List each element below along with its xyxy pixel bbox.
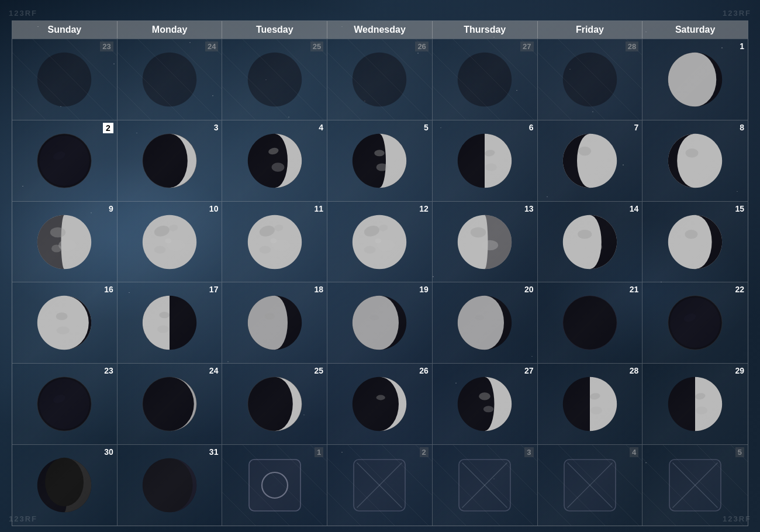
moon-phase <box>347 129 412 193</box>
svg-point-47 <box>364 246 376 253</box>
day-number: 27 <box>524 366 534 375</box>
svg-point-85 <box>483 406 494 413</box>
svg-point-96 <box>262 472 288 498</box>
moon-phase <box>32 291 96 355</box>
svg-point-60 <box>57 327 70 334</box>
svg-point-25 <box>686 148 699 157</box>
day-number: 23 <box>104 366 113 375</box>
svg-point-56 <box>685 230 698 239</box>
moon-phase <box>32 453 96 517</box>
svg-point-63 <box>157 326 169 333</box>
day-cell-3-3: 19 <box>327 282 433 363</box>
day-cell-0-5: 28 <box>538 39 643 120</box>
day-number: 1 <box>315 447 323 457</box>
day-cell-3-1: 17 <box>118 282 223 363</box>
svg-point-65 <box>264 313 275 320</box>
day-cell-4-5: 28 <box>538 364 643 444</box>
day-number: 24 <box>209 366 219 375</box>
day-number: 21 <box>630 285 639 294</box>
header <box>12 6 748 20</box>
svg-point-51 <box>482 240 499 250</box>
day-header-monday: Monday <box>118 21 223 39</box>
moon-phase <box>347 372 412 436</box>
day-cell-5-4: 3 <box>433 445 538 526</box>
day-number: 22 <box>735 285 744 294</box>
day-cell-4-3: 26 <box>327 364 433 444</box>
svg-point-62 <box>159 312 170 319</box>
day-header-sunday: Sunday <box>12 21 118 39</box>
weeks: 23 24 25 26 27 28 1 2 3 <box>12 39 748 526</box>
week-row-4: 16 17 18 19 20 21 <box>12 282 748 363</box>
day-cell-2-0: 9 <box>12 202 118 282</box>
moon-phase <box>452 210 517 274</box>
day-cell-2-1: 10 <box>118 202 223 282</box>
svg-point-48 <box>375 238 382 243</box>
day-number: 20 <box>524 285 534 294</box>
moon-phase <box>558 453 622 517</box>
moon-phase <box>243 453 307 517</box>
day-cell-0-4: 27 <box>433 39 538 120</box>
svg-line-104 <box>567 463 612 508</box>
svg-point-42 <box>270 238 277 243</box>
day-number: 14 <box>630 204 639 213</box>
moon-phase <box>663 453 727 517</box>
week-row-1: 23 24 25 26 27 28 1 <box>12 39 748 120</box>
day-number: 7 <box>634 123 638 132</box>
moon-phase <box>243 129 307 193</box>
svg-line-108 <box>673 463 718 508</box>
moon-phase <box>137 47 202 112</box>
svg-point-16 <box>375 150 385 156</box>
day-cell-1-5: 7 <box>538 120 643 201</box>
moon-phase <box>558 291 622 355</box>
day-number: 5 <box>424 123 429 132</box>
day-number: 26 <box>419 366 429 375</box>
day-cell-1-2: 4 <box>222 120 327 201</box>
moon-phase <box>558 210 622 274</box>
moon-phase <box>137 129 202 193</box>
svg-rect-95 <box>249 460 300 511</box>
day-number: 30 <box>104 447 113 457</box>
day-number: 26 <box>415 42 428 51</box>
svg-point-26 <box>690 163 704 171</box>
day-number: 2 <box>420 447 429 457</box>
moon-phase <box>452 129 517 193</box>
day-number: 9 <box>109 204 113 213</box>
day-cell-3-0: 16 <box>12 282 118 363</box>
moon-phase <box>243 47 307 112</box>
svg-point-5 <box>563 53 617 106</box>
day-cell-2-6: 15 <box>642 202 748 282</box>
day-cell-4-1: 24 <box>118 364 223 444</box>
day-cell-5-3: 2 <box>327 445 433 526</box>
moon-phase <box>347 291 412 355</box>
moon-phase <box>452 47 517 112</box>
svg-line-98 <box>357 463 402 508</box>
day-cell-0-6: 1 <box>642 39 748 120</box>
moon-phase <box>137 291 202 355</box>
moon-phase <box>347 453 412 517</box>
day-header-saturday: Saturday <box>642 21 748 39</box>
day-number: 4 <box>319 123 323 132</box>
moon-phase <box>452 453 517 517</box>
day-number: 24 <box>205 42 218 51</box>
week-row-6: 30 31 1 2 3 4 <box>12 444 748 526</box>
day-number: 8 <box>740 123 744 132</box>
day-number: 25 <box>310 42 323 51</box>
svg-point-4 <box>458 53 512 106</box>
svg-point-8 <box>39 136 89 186</box>
day-number: 28 <box>626 42 638 51</box>
svg-point-57 <box>689 244 704 253</box>
svg-point-30 <box>51 244 62 252</box>
day-cell-1-4: 6 <box>433 120 538 201</box>
day-cell-5-1: 31 <box>118 445 223 526</box>
moon-phase <box>558 47 622 112</box>
svg-point-53 <box>578 230 592 239</box>
svg-point-50 <box>471 227 486 237</box>
day-header-thursday: Thursday <box>433 21 538 39</box>
moon-phase <box>558 372 622 436</box>
svg-point-28 <box>50 227 65 237</box>
week-row-3: 9 10 11 12 <box>12 201 748 282</box>
moon-phase <box>32 372 96 436</box>
svg-point-14 <box>271 163 284 171</box>
moon-phase <box>663 129 727 193</box>
day-cell-4-0: 23 <box>12 364 118 444</box>
